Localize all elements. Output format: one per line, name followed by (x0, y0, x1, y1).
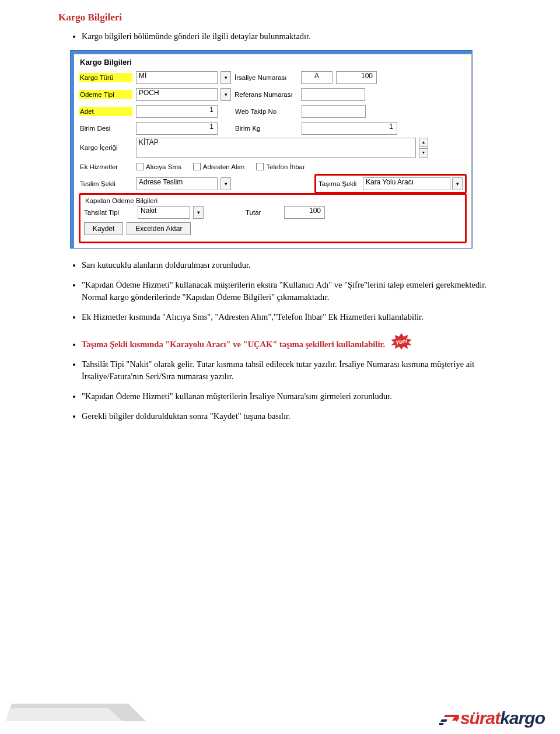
excelden-aktar-button[interactable]: Excelden Aktar (127, 222, 191, 235)
chevron-down-icon[interactable]: ▾ (220, 177, 231, 190)
list-item: Sarı kutucuklu alanların doldurulması zo… (82, 259, 513, 272)
chevron-down-icon[interactable]: ▾ (220, 71, 231, 84)
kapidan-odeme-highlight-box: Taşıma Şekli Kara Yolu Aracı ▾ Kapıdan Ö… (79, 193, 467, 243)
notes-list: Sarı kutucuklu alanların doldurulması zo… (47, 259, 513, 423)
adresten-alim-label: Adresten Alım (203, 163, 245, 170)
web-takip-input[interactable] (302, 105, 366, 118)
kargo-bilgileri-panel: Kargo Bilgileri Kargo Türü Mİ ▾ İrsaliye… (70, 50, 473, 249)
label-teslim-sekli: Teslim Şekli (79, 179, 132, 188)
chevron-down-icon[interactable]: ▾ (193, 206, 204, 219)
label-kargo-icerigi: Kargo İçeriği (79, 143, 132, 152)
label-tutar: Tutar (246, 209, 281, 216)
label-web-takip: Web Takip No (235, 108, 298, 115)
logo-text-navy: kargo (500, 708, 545, 728)
irsaliye-seri-input[interactable]: A (301, 71, 332, 84)
label-kargo-turu: Kargo Türü (79, 73, 132, 82)
list-item: Taşıma Şekli kısmında "Karayolu Aracı" v… (82, 331, 513, 351)
list-item: Ek Hizmetler kısmında "Alıcıya Sms", "Ad… (82, 311, 513, 324)
footer-decoration-icon (6, 704, 146, 721)
referans-no-input[interactable] (301, 88, 365, 101)
kargo-turu-select[interactable]: Mİ (136, 71, 218, 84)
svg-marker-5 (440, 719, 447, 722)
logo-text-red: sürat (460, 708, 500, 728)
telefon-ihbar-label: Telefon İhbar (266, 163, 305, 170)
list-item: Kargo bilgileri bölümünde gönderi ile il… (82, 30, 513, 43)
kaydet-button[interactable]: Kaydet (84, 222, 123, 235)
teslim-sekli-select[interactable]: Adrese Teslim (136, 177, 218, 190)
odeme-tipi-select[interactable]: POCH (136, 88, 218, 101)
red-text: Taşıma Şekli kısmında "Karayolu Aracı" v… (82, 340, 385, 349)
label-ek-hizmetler: Ek Hizmetler (79, 162, 132, 172)
tutar-input[interactable]: 100 (284, 206, 325, 219)
section-title: Kargo Bilgileri (58, 12, 513, 23)
irsaliye-no-input[interactable]: 100 (336, 71, 377, 84)
label-tasima-sekli: Taşıma Şekli (318, 180, 360, 187)
chevron-down-icon[interactable]: ▾ (452, 177, 463, 190)
chevron-down-icon[interactable]: ▾ (220, 88, 231, 101)
label-odeme-tipi: Ödeme Tipi (79, 90, 132, 99)
label-irsaliye-no: İrsaliye Numarası (235, 74, 298, 81)
label-adet: Adet (79, 107, 132, 116)
tasima-sekli-highlight-box: Taşıma Şekli Kara Yolu Aracı ▾ (314, 174, 467, 194)
logo-arrow-icon (439, 709, 459, 729)
tasima-sekli-select[interactable]: Kara Yolu Aracı (363, 177, 450, 190)
label-referans-no: Referans Numarası (235, 91, 298, 98)
adresten-alim-checkbox[interactable] (193, 163, 201, 170)
yeni-badge-icon: Yeni (390, 333, 413, 349)
aliciya-sms-label: Alıcıya Sms (146, 163, 181, 170)
list-item: "Kapıdan Ödeme Hizmeti" kullanacak müşte… (82, 279, 513, 305)
page-footer: süratkargo (0, 687, 560, 734)
kargo-icerigi-textarea[interactable]: KİTAP (136, 138, 416, 158)
list-item: Tahsilât Tipi "Nakit" olarak gelir. Tuta… (82, 358, 513, 384)
list-item: Gerekli bilgiler doldurulduktan sonra "K… (82, 410, 513, 423)
suratkargo-logo: süratkargo (439, 708, 545, 728)
telefon-ihbar-checkbox[interactable] (256, 163, 264, 170)
aliciya-sms-checkbox[interactable] (136, 163, 144, 170)
tahsilat-tipi-select[interactable]: Nakit (138, 206, 190, 219)
label-tahsilat-tipi: Tahsilat Tipi (84, 209, 134, 216)
label-kapidan-odeme: Kapıdan Ödeme Bilgileri (84, 197, 461, 204)
panel-title: Kargo Bilgileri (79, 57, 467, 70)
spinner-icon[interactable]: ▲▼ (419, 138, 428, 158)
birim-desi-input[interactable]: 1 (136, 122, 218, 135)
adet-input[interactable]: 1 (136, 105, 218, 118)
intro-list: Kargo bilgileri bölümünde gönderi ile il… (47, 30, 513, 43)
list-item: "Kapıdan Ödeme Hizmeti" kullanan müşteri… (82, 390, 513, 403)
label-birim-kg: Birim Kg (235, 125, 298, 132)
birim-kg-input[interactable]: 1 (302, 122, 397, 135)
label-birim-desi: Birim Desi (79, 124, 132, 133)
svg-marker-3 (6, 708, 123, 721)
svg-marker-4 (439, 723, 444, 725)
